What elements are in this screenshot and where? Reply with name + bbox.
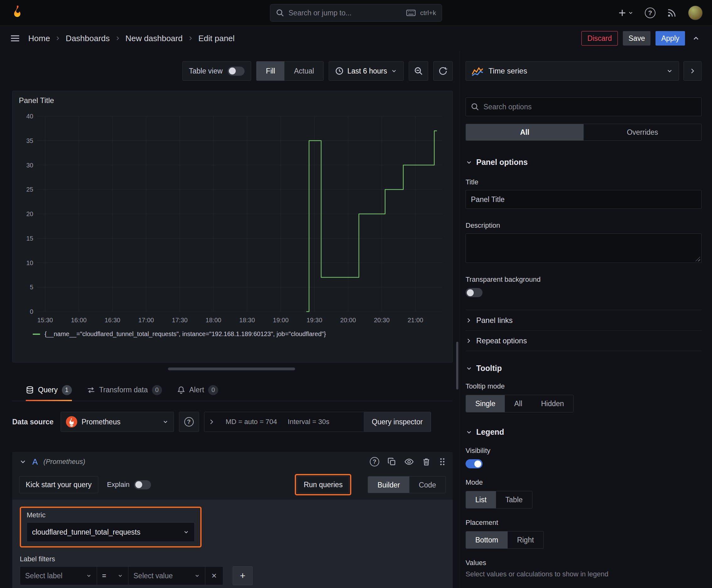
metric-value: cloudflared_tunnel_total_requests xyxy=(32,528,140,537)
apply-button[interactable]: Apply xyxy=(655,31,685,45)
tooltip-mode-single[interactable]: Single xyxy=(466,395,505,412)
horizontal-scrollbar-thumb[interactable] xyxy=(168,368,295,370)
news-button[interactable] xyxy=(667,8,677,18)
select-label-dropdown[interactable]: Select label xyxy=(20,566,97,585)
tab-alert[interactable]: Alert 0 xyxy=(177,379,218,401)
grip-icon xyxy=(439,458,446,466)
tab-query[interactable]: Query 1 xyxy=(26,379,72,401)
resize-handle[interactable] xyxy=(695,257,700,261)
legend-visibility-toggle[interactable] xyxy=(466,459,482,468)
legend-mode-label: Mode xyxy=(466,478,702,486)
svg-text:17:30: 17:30 xyxy=(172,317,188,323)
datasource-picker[interactable]: Prometheus xyxy=(61,412,174,432)
panel-toolbar: Table view Fill Actual Last 6 hours xyxy=(12,61,453,81)
legend-placement-right[interactable]: Right xyxy=(508,531,543,548)
global-search-input[interactable] xyxy=(288,9,402,17)
collapse-options-button[interactable] xyxy=(690,34,702,42)
select-label-placeholder: Select label xyxy=(25,572,63,580)
tab-all[interactable]: All xyxy=(466,124,584,141)
grafana-logo-icon[interactable] xyxy=(9,5,25,21)
discard-button[interactable]: Discard xyxy=(581,31,618,45)
legend-values-hint: Select values or calculations to show in… xyxy=(466,570,702,578)
tooltip-mode-hidden[interactable]: Hidden xyxy=(532,395,574,412)
keyboard-icon xyxy=(406,9,416,17)
legend-mode-table[interactable]: Table xyxy=(496,491,532,508)
chevron-down-icon xyxy=(190,573,200,579)
tooltip-mode-all[interactable]: All xyxy=(505,395,532,412)
section-legend[interactable]: Legend xyxy=(466,427,702,437)
toggle-visibility-button[interactable] xyxy=(404,457,414,466)
query-help-button[interactable]: ? xyxy=(370,457,379,466)
kick-start-button[interactable]: Kick start your query xyxy=(19,476,98,493)
legend-item[interactable]: {__name__="cloudflared_tunnel_total_requ… xyxy=(33,331,446,338)
menu-toggle-button[interactable] xyxy=(10,33,20,43)
toggle-viz-pane-button[interactable] xyxy=(684,61,702,81)
query-ref-id[interactable]: A xyxy=(33,457,38,467)
builder-code-switch: Builder Code xyxy=(368,476,446,493)
duplicate-query-button[interactable] xyxy=(387,457,396,466)
metric-select[interactable]: cloudflared_tunnel_total_requests xyxy=(27,522,195,542)
fill-option[interactable]: Fill xyxy=(257,61,284,81)
save-button[interactable]: Save xyxy=(623,31,650,45)
time-range-picker[interactable]: Last 6 hours xyxy=(329,61,404,81)
breadcrumb-new-dashboard[interactable]: New dashboard xyxy=(126,34,183,43)
options-search[interactable] xyxy=(466,97,702,116)
datasource-help-button[interactable]: ? xyxy=(179,412,199,432)
help-button[interactable]: ? xyxy=(645,7,655,18)
delete-query-button[interactable] xyxy=(422,457,431,466)
run-queries-button[interactable]: Run queries xyxy=(297,476,349,493)
chevron-down-icon[interactable] xyxy=(19,458,27,465)
query-inspector-button[interactable]: Query inspector xyxy=(364,412,430,432)
svg-text:17:00: 17:00 xyxy=(138,317,154,323)
chevron-down-icon xyxy=(162,419,169,425)
panel-title-input[interactable] xyxy=(466,190,702,209)
options-filter-tabs: All Overrides xyxy=(466,124,702,141)
breadcrumb-edit-panel: Edit panel xyxy=(198,34,235,43)
svg-text:21:00: 21:00 xyxy=(408,317,423,323)
builder-option[interactable]: Builder xyxy=(368,477,409,493)
select-value-dropdown[interactable]: Select value xyxy=(128,566,205,585)
active-tab-underline xyxy=(26,400,72,401)
svg-text:20:00: 20:00 xyxy=(340,317,356,323)
breadcrumb-dashboards[interactable]: Dashboards xyxy=(66,34,110,43)
zoom-out-button[interactable] xyxy=(409,61,428,81)
tab-overrides[interactable]: Overrides xyxy=(584,124,701,141)
top-navigation: ctrl+k ? xyxy=(0,0,712,26)
visualization-picker[interactable]: Time series xyxy=(466,61,679,81)
bell-icon xyxy=(177,386,185,394)
code-option[interactable]: Code xyxy=(409,477,446,493)
drag-handle[interactable] xyxy=(439,458,446,466)
user-avatar[interactable] xyxy=(688,6,703,20)
panel-description-textarea[interactable] xyxy=(466,233,702,263)
help-icon: ? xyxy=(370,457,379,466)
transparent-background-toggle[interactable] xyxy=(466,288,482,297)
legend-placement-bottom[interactable]: Bottom xyxy=(466,531,508,548)
breadcrumb-separator-icon xyxy=(115,36,121,41)
legend-mode-list[interactable]: List xyxy=(466,491,496,508)
section-repeat-options[interactable]: Repeat options xyxy=(466,331,702,351)
vertical-scrollbar-thumb[interactable] xyxy=(456,342,458,390)
table-view-toggle[interactable] xyxy=(228,67,244,76)
options-search-input[interactable] xyxy=(483,103,696,111)
refresh-button[interactable] xyxy=(433,61,453,81)
query-datasource-hint: (Prometheus) xyxy=(43,458,85,466)
chevron-down-icon xyxy=(391,68,397,74)
breadcrumb-home[interactable]: Home xyxy=(28,34,50,43)
section-tooltip[interactable]: Tooltip xyxy=(466,364,702,373)
svg-text:30: 30 xyxy=(26,162,33,169)
svg-text:15:30: 15:30 xyxy=(37,317,53,323)
expand-options-button[interactable] xyxy=(208,418,215,425)
add-filter-button[interactable]: + xyxy=(233,566,253,585)
tab-transform-data[interactable]: Transform data 0 xyxy=(87,379,162,401)
remove-filter-button[interactable]: × xyxy=(205,566,223,585)
metric-label: Metric xyxy=(27,511,195,519)
operator-dropdown[interactable]: = xyxy=(97,566,128,585)
actual-option[interactable]: Actual xyxy=(284,61,323,81)
section-panel-options[interactable]: Panel options xyxy=(466,158,702,167)
new-menu-button[interactable] xyxy=(618,8,633,17)
global-search[interactable]: ctrl+k xyxy=(270,4,442,22)
explain-toggle[interactable] xyxy=(134,480,151,489)
section-panel-links[interactable]: Panel links xyxy=(466,310,702,331)
copy-icon xyxy=(387,457,396,466)
search-icon xyxy=(276,9,284,17)
